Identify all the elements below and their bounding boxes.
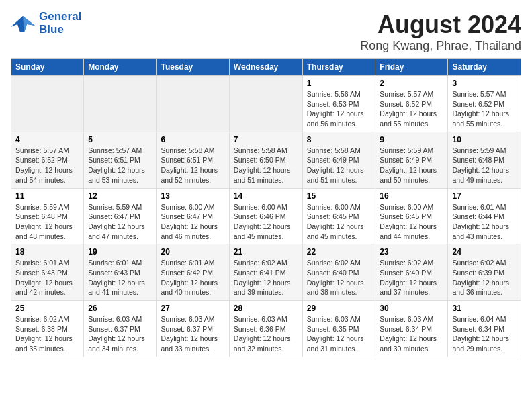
day-info: Sunrise: 6:02 AM Sunset: 6:40 PM Dayligh… (380, 258, 443, 298)
calendar-day-cell: 3Sunrise: 5:57 AM Sunset: 6:52 PM Daylig… (448, 76, 521, 132)
day-info: Sunrise: 6:03 AM Sunset: 6:36 PM Dayligh… (234, 314, 298, 354)
calendar-day-cell: 8Sunrise: 5:58 AM Sunset: 6:49 PM Daylig… (302, 132, 375, 188)
day-info: Sunrise: 5:57 AM Sunset: 6:52 PM Dayligh… (452, 89, 517, 129)
day-info: Sunrise: 6:03 AM Sunset: 6:34 PM Dayligh… (380, 314, 443, 354)
calendar-day-cell: 17Sunrise: 6:01 AM Sunset: 6:44 PM Dayli… (448, 188, 521, 244)
calendar: SundayMondayTuesdayWednesdayThursdayFrid… (11, 58, 521, 357)
calendar-day-cell (157, 76, 229, 132)
day-number: 10 (452, 135, 517, 144)
day-info: Sunrise: 6:00 AM Sunset: 6:45 PM Dayligh… (307, 202, 371, 242)
day-info: Sunrise: 6:03 AM Sunset: 6:35 PM Dayligh… (307, 314, 371, 354)
weekday-header: Wednesday (229, 59, 302, 76)
day-info: Sunrise: 6:02 AM Sunset: 6:39 PM Dayligh… (452, 258, 517, 298)
logo: General Blue (11, 11, 81, 36)
day-info: Sunrise: 6:01 AM Sunset: 6:42 PM Dayligh… (161, 258, 224, 298)
day-number: 21 (234, 247, 298, 257)
day-info: Sunrise: 6:03 AM Sunset: 6:37 PM Dayligh… (161, 314, 224, 354)
calendar-day-cell: 10Sunrise: 5:59 AM Sunset: 6:48 PM Dayli… (448, 132, 521, 188)
day-info: Sunrise: 6:02 AM Sunset: 6:38 PM Dayligh… (15, 314, 79, 354)
calendar-day-cell: 30Sunrise: 6:03 AM Sunset: 6:34 PM Dayli… (375, 301, 448, 357)
calendar-day-cell: 20Sunrise: 6:01 AM Sunset: 6:42 PM Dayli… (157, 244, 229, 301)
calendar-day-cell: 11Sunrise: 5:59 AM Sunset: 6:48 PM Dayli… (11, 188, 84, 244)
day-info: Sunrise: 6:00 AM Sunset: 6:47 PM Dayligh… (161, 202, 224, 242)
calendar-week-row: 18Sunrise: 6:01 AM Sunset: 6:43 PM Dayli… (11, 244, 521, 301)
day-info: Sunrise: 5:59 AM Sunset: 6:48 PM Dayligh… (452, 146, 517, 185)
page-header: General Blue August 2024 Rong Kwang, Phr… (11, 11, 521, 53)
day-number: 23 (380, 247, 443, 257)
logo-icon (11, 13, 35, 34)
day-number: 20 (161, 247, 224, 257)
calendar-day-cell: 9Sunrise: 5:59 AM Sunset: 6:49 PM Daylig… (375, 132, 448, 188)
day-info: Sunrise: 5:59 AM Sunset: 6:49 PM Dayligh… (380, 146, 443, 185)
day-number: 30 (380, 304, 443, 313)
weekday-header: Saturday (448, 59, 521, 76)
calendar-day-cell: 31Sunrise: 6:04 AM Sunset: 6:34 PM Dayli… (448, 301, 521, 357)
day-number: 9 (380, 135, 443, 144)
day-info: Sunrise: 5:57 AM Sunset: 6:52 PM Dayligh… (380, 89, 443, 129)
calendar-day-cell (229, 76, 302, 132)
calendar-day-cell: 1Sunrise: 5:56 AM Sunset: 6:53 PM Daylig… (302, 76, 375, 132)
calendar-day-cell (84, 76, 157, 132)
day-number: 19 (88, 247, 152, 257)
day-number: 1 (307, 79, 371, 88)
calendar-day-cell: 6Sunrise: 5:58 AM Sunset: 6:51 PM Daylig… (157, 132, 229, 188)
day-number: 12 (88, 191, 152, 201)
day-info: Sunrise: 6:00 AM Sunset: 6:45 PM Dayligh… (380, 202, 443, 242)
calendar-day-cell: 24Sunrise: 6:02 AM Sunset: 6:39 PM Dayli… (448, 244, 521, 301)
day-number: 28 (234, 304, 298, 313)
day-number: 25 (15, 304, 79, 313)
day-info: Sunrise: 6:01 AM Sunset: 6:43 PM Dayligh… (88, 258, 152, 298)
weekday-header: Thursday (302, 59, 375, 76)
calendar-day-cell: 5Sunrise: 5:57 AM Sunset: 6:51 PM Daylig… (84, 132, 157, 188)
svg-marker-1 (23, 16, 35, 32)
day-number: 3 (452, 79, 517, 88)
day-number: 29 (307, 304, 371, 313)
day-info: Sunrise: 5:56 AM Sunset: 6:53 PM Dayligh… (307, 89, 371, 129)
day-number: 2 (380, 79, 443, 88)
calendar-day-cell: 28Sunrise: 6:03 AM Sunset: 6:36 PM Dayli… (229, 301, 302, 357)
calendar-week-row: 1Sunrise: 5:56 AM Sunset: 6:53 PM Daylig… (11, 76, 521, 132)
day-number: 14 (234, 191, 298, 201)
calendar-day-cell: 29Sunrise: 6:03 AM Sunset: 6:35 PM Dayli… (302, 301, 375, 357)
day-info: Sunrise: 6:04 AM Sunset: 6:34 PM Dayligh… (452, 314, 517, 354)
day-number: 11 (15, 191, 79, 201)
logo-text: General Blue (39, 11, 81, 36)
calendar-day-cell (11, 76, 84, 132)
day-info: Sunrise: 5:58 AM Sunset: 6:49 PM Dayligh… (307, 146, 371, 185)
day-number: 15 (307, 191, 371, 201)
title-section: August 2024 Rong Kwang, Phrae, Thailand (360, 11, 521, 53)
day-info: Sunrise: 5:59 AM Sunset: 6:47 PM Dayligh… (88, 202, 152, 242)
calendar-day-cell: 26Sunrise: 6:03 AM Sunset: 6:37 PM Dayli… (84, 301, 157, 357)
calendar-day-cell: 19Sunrise: 6:01 AM Sunset: 6:43 PM Dayli… (84, 244, 157, 301)
calendar-day-cell: 23Sunrise: 6:02 AM Sunset: 6:40 PM Dayli… (375, 244, 448, 301)
weekday-header: Sunday (11, 59, 84, 76)
calendar-day-cell: 15Sunrise: 6:00 AM Sunset: 6:45 PM Dayli… (302, 188, 375, 244)
weekday-header: Tuesday (157, 59, 229, 76)
day-number: 4 (15, 135, 79, 144)
calendar-day-cell: 16Sunrise: 6:00 AM Sunset: 6:45 PM Dayli… (375, 188, 448, 244)
day-number: 18 (15, 247, 79, 257)
day-info: Sunrise: 5:57 AM Sunset: 6:52 PM Dayligh… (15, 146, 79, 185)
calendar-day-cell: 7Sunrise: 5:58 AM Sunset: 6:50 PM Daylig… (229, 132, 302, 188)
calendar-day-cell: 4Sunrise: 5:57 AM Sunset: 6:52 PM Daylig… (11, 132, 84, 188)
day-info: Sunrise: 6:02 AM Sunset: 6:40 PM Dayligh… (307, 258, 371, 298)
calendar-day-cell: 2Sunrise: 5:57 AM Sunset: 6:52 PM Daylig… (375, 76, 448, 132)
day-info: Sunrise: 6:02 AM Sunset: 6:41 PM Dayligh… (234, 258, 298, 298)
calendar-day-cell: 12Sunrise: 5:59 AM Sunset: 6:47 PM Dayli… (84, 188, 157, 244)
day-number: 22 (307, 247, 371, 257)
weekday-header: Monday (84, 59, 157, 76)
day-number: 24 (452, 247, 517, 257)
day-number: 5 (88, 135, 152, 144)
weekday-header: Friday (375, 59, 448, 76)
day-number: 17 (452, 191, 517, 201)
day-info: Sunrise: 6:00 AM Sunset: 6:46 PM Dayligh… (234, 202, 298, 242)
day-info: Sunrise: 5:58 AM Sunset: 6:50 PM Dayligh… (234, 146, 298, 185)
calendar-day-cell: 14Sunrise: 6:00 AM Sunset: 6:46 PM Dayli… (229, 188, 302, 244)
calendar-day-cell: 22Sunrise: 6:02 AM Sunset: 6:40 PM Dayli… (302, 244, 375, 301)
day-number: 31 (452, 304, 517, 313)
day-info: Sunrise: 5:59 AM Sunset: 6:48 PM Dayligh… (15, 202, 79, 242)
day-number: 27 (161, 304, 224, 313)
calendar-day-cell: 21Sunrise: 6:02 AM Sunset: 6:41 PM Dayli… (229, 244, 302, 301)
location-title: Rong Kwang, Phrae, Thailand (360, 39, 521, 53)
day-number: 8 (307, 135, 371, 144)
